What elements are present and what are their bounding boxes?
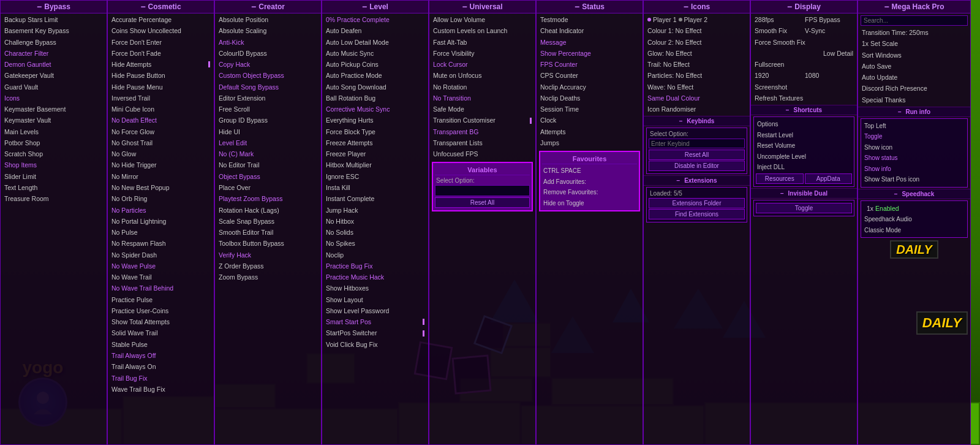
- item-show-layout[interactable]: Show Layout: [322, 294, 428, 305]
- item-vsync[interactable]: V-Sync: [805, 26, 853, 36]
- item-zoom-bypass[interactable]: Zoom Bypass: [215, 272, 321, 283]
- item-startpos-switcher[interactable]: StartPos Switcher: [322, 327, 428, 338]
- item-instant-complete[interactable]: Instant Complete: [322, 193, 428, 204]
- item-practice-pulse[interactable]: Practice Pulse: [108, 294, 214, 305]
- item-inject-dll[interactable]: Inject DLL: [756, 162, 852, 173]
- item-basement-key[interactable]: Basement Key Bypass: [1, 25, 107, 36]
- item-fps-bypass[interactable]: FPS Bypass: [805, 15, 853, 25]
- item-noclip-accuracy[interactable]: Noclip Accuracy: [537, 82, 643, 93]
- panel-display-header[interactable]: − Display: [751, 1, 857, 13]
- item-no-c-mark[interactable]: No (C) Mark: [215, 148, 321, 159]
- appdata-button[interactable]: AppData: [805, 173, 853, 184]
- item-force-block-type[interactable]: Force Block Type: [322, 126, 428, 137]
- item-top-left[interactable]: Top Left: [863, 121, 965, 132]
- item-no-death-effect[interactable]: No Death Effect: [108, 115, 214, 126]
- item-auto-deafen[interactable]: Auto Deafen: [322, 25, 428, 36]
- item-inversed-trail[interactable]: Inversed Trail: [108, 93, 214, 104]
- item-smooth-fix[interactable]: Smooth Fix: [755, 26, 803, 36]
- item-icons[interactable]: Icons: [1, 93, 107, 104]
- item-keymaster-basement[interactable]: Keymaster Basement: [1, 104, 107, 115]
- item-lock-cursor[interactable]: Lock Cursor: [429, 59, 535, 70]
- item-custom-object-bypass[interactable]: Custom Object Bypass: [215, 70, 321, 81]
- item-no-spider-dash[interactable]: No Spider Dash: [108, 249, 214, 261]
- item-jump-hack[interactable]: Jump Hack: [322, 205, 428, 216]
- item-challenge-bypass[interactable]: Challenge Bypass: [1, 37, 107, 48]
- item-show-info[interactable]: Show info: [863, 164, 965, 175]
- item-place-over[interactable]: Place Over: [215, 182, 321, 193]
- item-cheat-indicator[interactable]: Cheat Indicator: [537, 25, 643, 36]
- item-absolute-position[interactable]: Absolute Position: [215, 14, 321, 25]
- item-force-dont-fade[interactable]: Force Don't Fade: [108, 48, 214, 59]
- item-transparent-bg[interactable]: Transparent BG: [429, 126, 535, 137]
- item-fps-value[interactable]: 288fps: [755, 15, 803, 25]
- item-trail-always-on[interactable]: Trail Always On: [108, 361, 214, 372]
- invisible-dual-section[interactable]: − Invisible Dual: [751, 188, 857, 199]
- item-potbor-shop[interactable]: Potbor Shop: [1, 137, 107, 148]
- item-default-song-bypass[interactable]: Default Song Bypass: [215, 82, 321, 93]
- item-transition-time[interactable]: Transition Time: 250ms: [858, 27, 970, 38]
- item-character-filter[interactable]: Character Filter: [1, 48, 107, 59]
- item-everything-hurts[interactable]: Everything Hurts: [322, 115, 428, 126]
- item-mute-on-unfocus[interactable]: Mute on Unfocus: [429, 70, 535, 81]
- item-toolbox-button-bypass[interactable]: Toolbox Button Bypass: [215, 238, 321, 249]
- item-show-percentage[interactable]: Show Percentage: [537, 48, 643, 59]
- shortcuts-section[interactable]: − Shortcuts: [751, 105, 857, 115]
- panel-cosmetic-header[interactable]: − Cosmetic: [108, 1, 214, 13]
- resources-button[interactable]: Resources: [756, 173, 804, 184]
- item-jumps[interactable]: Jumps: [537, 137, 643, 148]
- panel-icons-header[interactable]: − Icons: [644, 1, 750, 13]
- item-auto-save[interactable]: Auto Save: [858, 61, 970, 72]
- item-z-order-bypass[interactable]: Z Order Bypass: [215, 261, 321, 272]
- panel-megahack-header[interactable]: − Mega Hack Pro: [858, 1, 970, 13]
- item-res-width[interactable]: 1920: [755, 70, 803, 80]
- item-res-height[interactable]: 1080: [805, 70, 853, 80]
- item-low-detail[interactable]: Low Detail: [751, 48, 857, 59]
- item-accurate-percentage[interactable]: Accurate Percentage: [108, 14, 214, 25]
- item-noclip[interactable]: Noclip: [322, 249, 428, 261]
- panel-status-header[interactable]: − Status: [537, 1, 643, 13]
- item-wave[interactable]: Wave: No Effect: [644, 82, 750, 93]
- item-no-editor-trail[interactable]: No Editor Trail: [215, 159, 321, 170]
- item-insta-kill[interactable]: Insta Kill: [322, 182, 428, 193]
- item-hitbox-multiplier[interactable]: Hitbox Multiplier: [322, 159, 428, 170]
- item-mini-cube-icon[interactable]: Mini Cube Icon: [108, 104, 214, 115]
- item-no-ghost-trail[interactable]: No Ghost Trail: [108, 137, 214, 148]
- item-hide-pause-button[interactable]: Hide Pause Button: [108, 70, 214, 81]
- item-no-rotation[interactable]: No Rotation: [429, 82, 535, 93]
- item-coins-show[interactable]: Coins Show Uncollected: [108, 25, 214, 36]
- item-freeze-player[interactable]: Freeze Player: [322, 148, 428, 159]
- search-input[interactable]: [861, 15, 968, 26]
- keybinds-section[interactable]: − Keybinds: [644, 116, 750, 126]
- item-glow[interactable]: Glow: No Effect: [644, 48, 750, 59]
- item-ctrl-space[interactable]: CTRL SPACE: [542, 165, 637, 177]
- panel-universal-header[interactable]: − Universal: [429, 1, 535, 13]
- item-backup-stars[interactable]: Backup Stars Limit: [1, 14, 107, 25]
- item-ignore-esc[interactable]: Ignore ESC: [322, 171, 428, 182]
- item-scratch-shop[interactable]: Scratch Shop: [1, 148, 107, 159]
- item-force-dont-enter[interactable]: Force Don't Enter: [108, 37, 214, 48]
- item-smart-start-pos[interactable]: Smart Start Pos: [322, 316, 428, 327]
- item-same-dual-colour[interactable]: Same Dual Colour: [644, 93, 750, 104]
- item-player2[interactable]: Player 2: [684, 15, 708, 25]
- item-fullscreen[interactable]: Fullscreen: [751, 59, 857, 70]
- item-speedhack-enabled[interactable]: Enabled: [875, 203, 962, 213]
- item-no-glow[interactable]: No Glow: [108, 148, 214, 159]
- item-attempts[interactable]: Attempts: [537, 126, 643, 137]
- item-speedhack-value[interactable]: 1x: [867, 203, 873, 213]
- item-free-scroll[interactable]: Free Scroll: [215, 104, 321, 115]
- item-stable-pulse[interactable]: Stable Pulse: [108, 339, 214, 350]
- item-solid-wave-trail[interactable]: Solid Wave Trail: [108, 327, 214, 338]
- item-freeze-attempts[interactable]: Freeze Attempts: [322, 137, 428, 148]
- item-no-mirror[interactable]: No Mirror: [108, 171, 214, 182]
- item-uncomplete-level[interactable]: Uncomplete Level: [756, 151, 852, 162]
- item-copy-hack[interactable]: Copy Hack: [215, 59, 321, 70]
- extensions-folder-button[interactable]: Extensions Folder: [649, 198, 745, 208]
- item-playtest-zoom-bypass[interactable]: Playtest Zoom Bypass: [215, 193, 321, 204]
- item-transparent-lists[interactable]: Transparent Lists: [429, 137, 535, 148]
- keybinds-input[interactable]: [649, 139, 745, 148]
- item-hide-pause-menu[interactable]: Hide Pause Menu: [108, 82, 214, 93]
- item-force-smooth-fix[interactable]: Force Smooth Fix: [751, 37, 857, 48]
- item-show-icon[interactable]: Show icon: [863, 142, 965, 153]
- item-custom-levels-on-launch[interactable]: Custom Levels on Launch: [429, 25, 535, 36]
- item-0pct-practice[interactable]: 0% Practice Complete: [322, 14, 428, 25]
